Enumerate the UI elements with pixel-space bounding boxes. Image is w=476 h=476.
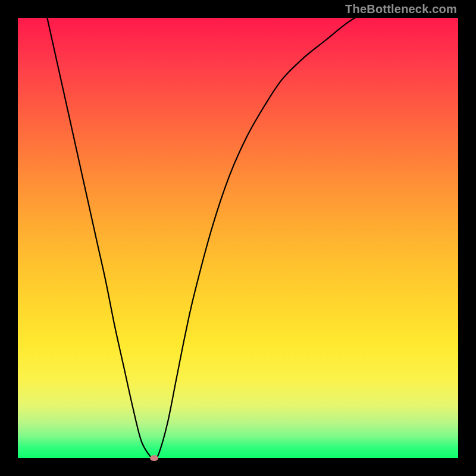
- minimum-marker: [150, 455, 158, 461]
- chart-container: TheBottleneck.com: [0, 0, 476, 476]
- watermark-text: TheBottleneck.com: [345, 2, 457, 16]
- curve-layer: [18, 18, 458, 458]
- bottleneck-curve: [18, 0, 458, 458]
